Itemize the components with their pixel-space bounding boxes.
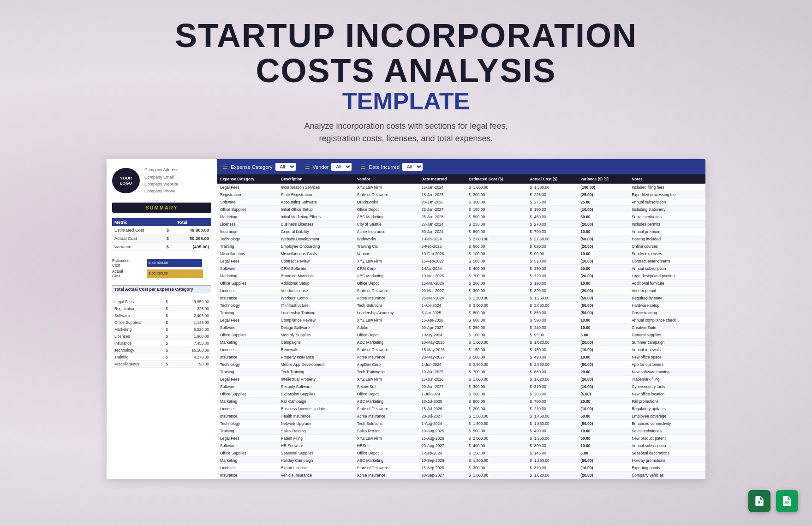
table-row: Office Supplies Monthly Supplies Office … [217,331,705,339]
table-row: Office Supplies Initial Office Setup Off… [217,206,705,213]
total-section-header: Total Actual Cost per Expense Category [112,285,211,293]
table-row: Training Sales Training Sales Pro Inc. 1… [217,427,705,435]
summary-header: SUMMARY [112,203,211,213]
table-row: Software Design Software Adobe 20-Apr-20… [217,324,705,331]
table-row: Insurance Health Insurance Acme Insuranc… [217,412,705,420]
description: Analyze incorporation costs with section… [175,120,637,145]
table-row: Training Employee Onboarding Training Co… [217,243,705,250]
filter-vendor-label: Vendor [313,164,329,170]
table-row: Software Security Software SecureSoft 20… [217,383,705,390]
filter-date-select[interactable]: All [402,163,423,171]
table-row: Software CRM Software CRM Corp 1-Mar-202… [217,265,705,272]
filter-expense-label: Expense Category [231,164,273,170]
table-row: Legal Fees Compliance Review XYZ Law Fir… [217,317,705,324]
summary-table: Metric Total Estimated Cost$49,800.00Act… [112,218,211,251]
table-row: Licenses Export License State of Delawar… [217,464,705,472]
table-row: Software Accounting Software QuickBooks … [217,198,705,206]
main-title: STARTUP INCORPORATION COSTS ANALYSIS [175,18,637,88]
spreadsheet-container: YOUR LOGO Company Address Company Email … [106,159,706,479]
title-section: STARTUP INCORPORATION COSTS ANALYSIS TEM… [175,18,637,145]
table-row: Marketing Campaigns ABC Marketing 10-May… [217,339,705,346]
sub-title: TEMPLATE [175,88,637,114]
chart-row-actual: ActualCost $ 50,295.00 [112,269,211,278]
data-table: Expense CategoryDescriptionVendorDate In… [217,174,705,479]
table-row: Training Tech Training Tech Training In … [217,368,705,376]
table-row: Registration State Registration State of… [217,191,705,198]
table-row: Technology Website Development WebWorks … [217,235,705,243]
table-row: Marketing Fall Campaign ABC Marketing 10… [217,398,705,405]
filter-date[interactable]: ☰ Date Incurred All [361,163,423,171]
logo-box: YOUR LOGO [112,168,140,193]
chart-row-estimated: EstimatedCost $ 49,800.00 [112,258,211,268]
table-row: Legal Fees Incorporation Services XYZ La… [217,184,705,191]
filter-icon-1: ☰ [223,164,228,170]
table-row: Insurance Workers' Comp Acme Insurance 2… [217,294,705,302]
filter-bar: ☰ Expense Category All ☰ Vendor All ☰ Da… [217,159,705,174]
excel-icon[interactable] [748,490,770,512]
filter-icon-2: ☰ [305,164,310,170]
chart-area: EstimatedCost $ 49,800.00 ActualCost $ 5… [112,258,211,280]
table-row: Office Supplies Seasonal Supplies Office… [217,449,705,457]
total-table: Legal Fees$9,950.00Registration$225.00So… [112,299,211,368]
table-row: Office Supplies Additional Setup Office … [217,280,705,287]
table-row: Marketing Branding Materials ABC Marketi… [217,272,705,280]
sidebar: YOUR LOGO Company Address Company Email … [107,159,217,479]
table-row: Insurance General Liability Acme Insuran… [217,228,705,235]
table-row: Licenses Business License Update State o… [217,405,705,412]
table-row: Marketing Initial Marketing Efforts ABC … [217,213,705,221]
table-row: Insurance Vehicle Insurance Acme Insuran… [217,472,705,479]
filter-expense-select[interactable]: All [275,163,296,171]
table-row: Marketing Holiday Campaign ABC Marketing… [217,457,705,464]
table-row: Legal Fees Contract Review XYZ Law Firm … [217,257,705,265]
table-row: Legal Fees Patent Filing XYZ Law Firm 15… [217,435,705,442]
table-row: Technology Mobile App Development AppDev… [217,361,705,368]
table-row: Insurance Property Insurance Acme Insura… [217,353,705,361]
filter-icon-3: ☰ [361,164,366,170]
main-content: ☰ Expense Category All ☰ Vendor All ☰ Da… [217,159,705,479]
table-row: Miscellaneous Miscellaneous Costs Variou… [217,250,705,257]
table-row: Technology IT Infrastructure Tech Soluti… [217,302,705,309]
table-row: Licenses Vendor License State of Delawar… [217,287,705,294]
table-row: Training Leadership Training Leadership … [217,309,705,317]
table-row: Licenses Business Licenses City of Seatt… [217,221,705,228]
filter-expense-category[interactable]: ☰ Expense Category All [223,163,296,171]
table-row: Office Supplies Expansion Supplies Offic… [217,390,705,398]
filter-vendor-select[interactable]: All [331,163,352,171]
table-row: Software HR Software HRSoft 20-Aug-2027 … [217,442,705,449]
table-row: Technology Network Upgrade Tech Solution… [217,420,705,427]
table-row: Legal Fees Intellectual Property XYZ Law… [217,376,705,383]
file-icons [748,490,798,512]
filter-vendor[interactable]: ☰ Vendor All [305,163,352,171]
table-row: Licenses Renewals State of Delaware 15-M… [217,346,705,353]
data-table-wrapper: Expense CategoryDescriptionVendorDate In… [217,174,705,479]
sheets-icon[interactable] [776,490,798,512]
company-info: Company Address Company Email Company We… [144,167,179,195]
filter-date-label: Date Incurred [369,164,400,170]
logo-area: YOUR LOGO Company Address Company Email … [112,167,211,195]
